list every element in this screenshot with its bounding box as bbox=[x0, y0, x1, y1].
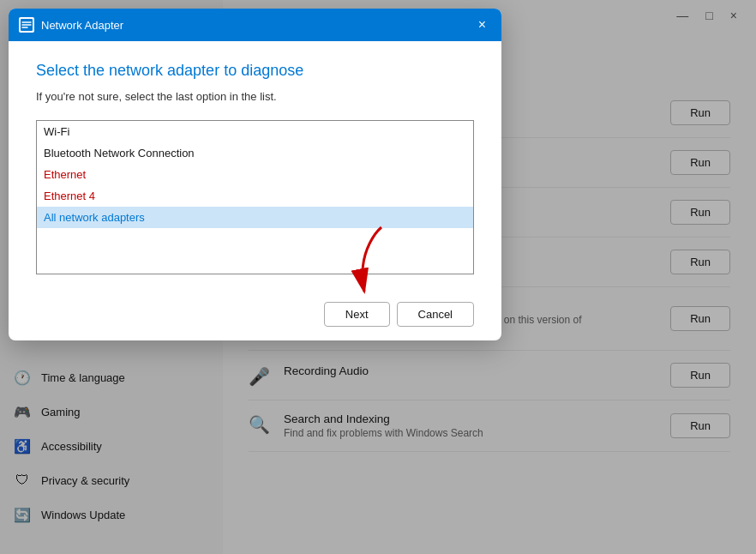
adapter-item-ethernet[interactable]: Ethernet bbox=[37, 164, 473, 185]
adapter-list[interactable]: Wi-Fi Bluetooth Network Connection Ether… bbox=[36, 120, 474, 274]
dialog-footer: Next Cancel bbox=[9, 292, 501, 340]
network-adapter-dialog: Network Adapter × Select the network ada… bbox=[9, 9, 501, 340]
modal-overlay: Network Adapter × Select the network ada… bbox=[0, 0, 756, 554]
dialog-body: Select the network adapter to diagnose I… bbox=[9, 41, 501, 292]
dialog-heading: Select the network adapter to diagnose bbox=[36, 62, 474, 80]
dialog-title-text: Network Adapter bbox=[41, 19, 123, 32]
adapter-item-ethernet4[interactable]: Ethernet 4 bbox=[37, 185, 473, 207]
dialog-titlebar: Network Adapter × bbox=[9, 9, 501, 41]
adapter-item-all[interactable]: All network adapters bbox=[37, 207, 473, 228]
dialog-description: If you're not sure, select the last opti… bbox=[36, 90, 474, 103]
adapter-item-bluetooth[interactable]: Bluetooth Network Connection bbox=[37, 142, 473, 164]
next-button[interactable]: Next bbox=[324, 302, 390, 327]
dialog-close-button[interactable]: × bbox=[473, 15, 491, 34]
titlebar-left: Network Adapter bbox=[19, 17, 123, 33]
adapter-item-wifi[interactable]: Wi-Fi bbox=[37, 121, 473, 142]
cancel-button[interactable]: Cancel bbox=[397, 302, 474, 327]
dialog-title-icon bbox=[19, 17, 34, 33]
